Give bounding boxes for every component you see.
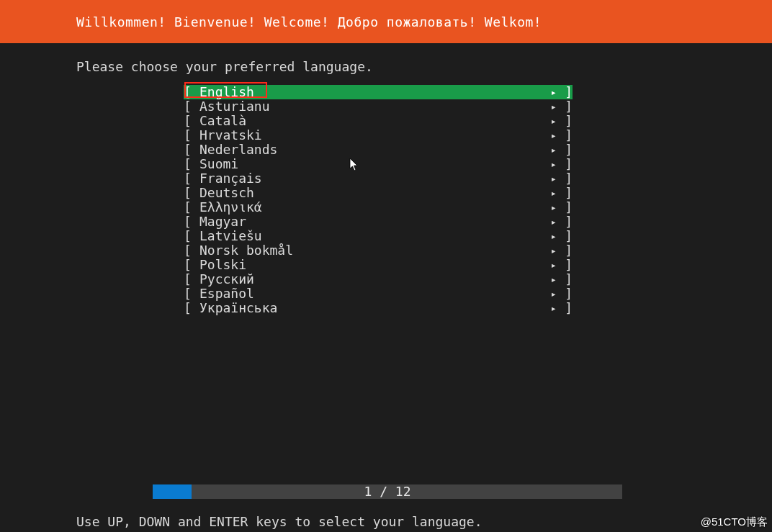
submenu-arrow-icon: ▸: [551, 128, 557, 143]
language-list[interactable]: [English▸][Asturianu▸][Català▸][Hrvatski…: [184, 85, 573, 315]
language-name: Asturianu: [199, 99, 270, 114]
bracket-right: ]: [565, 287, 573, 301]
language-option[interactable]: [Català▸]: [184, 114, 573, 128]
bracket-left: [: [184, 258, 192, 272]
submenu-arrow-icon: ▸: [551, 143, 557, 157]
bracket-right: ]: [565, 143, 573, 157]
bracket-left: [: [184, 143, 192, 157]
language-option[interactable]: [Français▸]: [184, 171, 573, 186]
bracket-left: [: [184, 287, 192, 301]
bracket-left: [: [184, 85, 192, 99]
language-name: Deutsch: [199, 186, 254, 200]
language-name: Suomi: [199, 157, 238, 171]
bracket-left: [: [184, 229, 192, 243]
language-name: Русский: [199, 272, 254, 287]
bracket-right: ]: [565, 171, 573, 186]
submenu-arrow-icon: ▸: [551, 301, 557, 315]
language-name: Українська: [199, 301, 277, 315]
bracket-right: ]: [565, 186, 573, 200]
language-option[interactable]: [Deutsch▸]: [184, 186, 573, 200]
submenu-arrow-icon: ▸: [551, 200, 557, 215]
language-option[interactable]: [Ελληνικά▸]: [184, 200, 573, 215]
header-title: Willkommen! Bienvenue! Welcome! Добро по…: [76, 14, 542, 30]
bracket-left: [: [184, 128, 192, 143]
language-option[interactable]: [Русский▸]: [184, 272, 573, 287]
submenu-arrow-icon: ▸: [551, 85, 557, 99]
bracket-left: [: [184, 243, 192, 258]
bracket-right: ]: [565, 243, 573, 258]
submenu-arrow-icon: ▸: [551, 272, 557, 287]
watermark: @51CTO博客: [701, 515, 768, 529]
bracket-right: ]: [565, 229, 573, 243]
bracket-left: [: [184, 114, 192, 128]
language-name: Norsk bokmål: [199, 243, 293, 258]
language-name: Français: [199, 171, 262, 186]
header-bar: Willkommen! Bienvenue! Welcome! Добро по…: [0, 0, 772, 43]
submenu-arrow-icon: ▸: [551, 157, 557, 171]
language-name: Latviešu: [199, 229, 262, 243]
bracket-right: ]: [565, 258, 573, 272]
language-name: English: [199, 85, 254, 99]
language-name: Nederlands: [199, 143, 277, 157]
language-name: Magyar: [199, 215, 246, 229]
language-name: Hrvatski: [199, 128, 262, 143]
submenu-arrow-icon: ▸: [551, 258, 557, 272]
language-option[interactable]: [Español▸]: [184, 287, 573, 301]
bracket-right: ]: [565, 85, 573, 99]
bracket-right: ]: [565, 114, 573, 128]
language-option[interactable]: [Latviešu▸]: [184, 229, 573, 243]
language-option[interactable]: [Asturianu▸]: [184, 99, 573, 114]
bracket-right: ]: [565, 157, 573, 171]
bracket-right: ]: [565, 99, 573, 114]
bracket-right: ]: [565, 200, 573, 215]
bracket-right: ]: [565, 215, 573, 229]
language-option[interactable]: [Українська▸]: [184, 301, 573, 315]
language-name: Español: [199, 287, 254, 301]
submenu-arrow-icon: ▸: [551, 186, 557, 200]
language-option[interactable]: [Polski▸]: [184, 258, 573, 272]
language-option[interactable]: [Suomi▸]: [184, 157, 573, 171]
language-option[interactable]: [Hrvatski▸]: [184, 128, 573, 143]
submenu-arrow-icon: ▸: [551, 215, 557, 229]
bracket-left: [: [184, 157, 192, 171]
prompt-text: Please choose your preferred language.: [76, 59, 373, 74]
bracket-left: [: [184, 99, 192, 114]
submenu-arrow-icon: ▸: [551, 287, 557, 301]
submenu-arrow-icon: ▸: [551, 229, 557, 243]
bracket-right: ]: [565, 301, 573, 315]
language-name: Ελληνικά: [199, 200, 262, 215]
submenu-arrow-icon: ▸: [551, 243, 557, 258]
submenu-arrow-icon: ▸: [551, 114, 557, 128]
submenu-arrow-icon: ▸: [551, 99, 557, 114]
installer-screen: Willkommen! Bienvenue! Welcome! Добро по…: [0, 0, 772, 532]
bracket-left: [: [184, 301, 192, 315]
bracket-left: [: [184, 171, 192, 186]
bracket-right: ]: [565, 128, 573, 143]
bracket-left: [: [184, 272, 192, 287]
language-name: Català: [199, 114, 246, 128]
language-name: Polski: [199, 258, 246, 272]
language-option[interactable]: [Norsk bokmål▸]: [184, 243, 573, 258]
language-option[interactable]: [Magyar▸]: [184, 215, 573, 229]
bracket-right: ]: [565, 272, 573, 287]
language-option[interactable]: [English▸]: [184, 85, 573, 99]
footer-hint: Use UP, DOWN and ENTER keys to select yo…: [76, 514, 482, 529]
language-option[interactable]: [Nederlands▸]: [184, 143, 573, 157]
bracket-left: [: [184, 215, 192, 229]
bracket-left: [: [184, 186, 192, 200]
bracket-left: [: [184, 200, 192, 215]
progress-label: 1 / 12: [153, 484, 622, 499]
submenu-arrow-icon: ▸: [551, 171, 557, 186]
progress-bar: 1 / 12: [153, 484, 622, 499]
